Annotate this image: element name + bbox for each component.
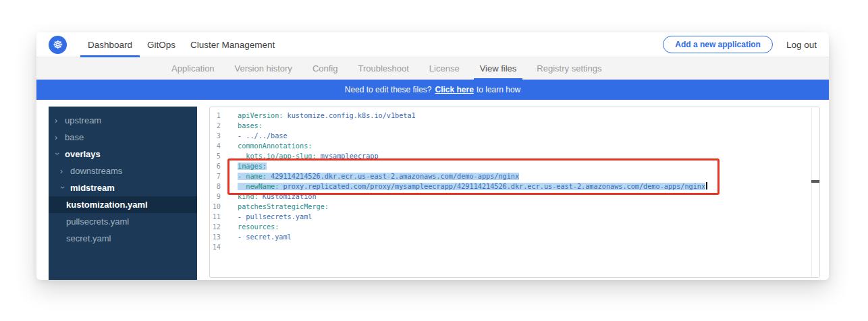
tab-registry-settings[interactable]: Registry settings (526, 57, 612, 80)
tree-item-label: upstream (65, 115, 101, 125)
tree-item-base[interactable]: ›base (49, 129, 197, 146)
tree-item-pullsecrets-yaml[interactable]: pullsecrets.yaml (49, 213, 197, 230)
line-number: 4 (210, 141, 221, 151)
chevron-down-icon[interactable]: › (58, 186, 67, 193)
line-number: 5 (210, 151, 221, 161)
tree-item-label: secret.yaml (66, 233, 111, 243)
tab-license[interactable]: License (419, 57, 470, 80)
code-line-10[interactable]: 10patchesStrategicMerge: (210, 202, 819, 212)
code-line-text: - pullsecrets.yaml (238, 212, 312, 222)
app-window: ☸ Dashboard GitOps Cluster Management Ad… (0, 0, 868, 321)
code-line-14[interactable]: 14 (210, 242, 819, 252)
tree-item-label: overlays (65, 149, 101, 159)
top-nav-bar: ☸ Dashboard GitOps Cluster Management Ad… (36, 32, 829, 57)
file-tree-sidebar: ›upstream›base›overlays›downstreams›mids… (49, 107, 197, 280)
code-line-text: kots.io/app-slug: mysampleecrapp (238, 151, 379, 161)
tab-version-history[interactable]: Version history (225, 57, 302, 80)
app-sub-nav: Application Version history Config Troub… (36, 57, 829, 80)
tab-troubleshoot[interactable]: Troubleshoot (348, 57, 418, 80)
code-line-5[interactable]: 5 kots.io/app-slug: mysampleecrapp (210, 151, 819, 161)
add-application-button[interactable]: Add a new application (663, 36, 773, 53)
top-tab-dashboard[interactable]: Dashboard (80, 32, 140, 57)
code-line-4[interactable]: 4commonAnnotations: (210, 141, 819, 151)
top-tab-gitops[interactable]: GitOps (140, 32, 183, 57)
line-number: 13 (210, 232, 221, 242)
top-tab-cluster-management[interactable]: Cluster Management (183, 32, 282, 57)
logout-link[interactable]: Log out (786, 40, 817, 50)
code-line-text: kind: Kustomization (238, 192, 317, 202)
code-line-2[interactable]: 2bases: (210, 121, 819, 131)
editor-scrollbar[interactable] (811, 107, 819, 277)
tree-item-downstreams[interactable]: ›downstreams (49, 163, 197, 179)
code-line-text: - ../../base (238, 131, 288, 141)
chevron-down-icon[interactable]: › (53, 152, 62, 159)
tree-item-secret-yaml[interactable]: secret.yaml (49, 230, 197, 247)
kubernetes-logo-icon: ☸ (49, 36, 67, 54)
code-line-text: images: (238, 161, 267, 171)
code-line-text: - name: 429114214526.dkr.ecr.us-east-2.a… (238, 171, 519, 181)
chevron-right-icon[interactable]: › (60, 167, 67, 176)
tab-config[interactable]: Config (302, 57, 348, 80)
tree-item-overlays[interactable]: ›overlays (49, 146, 197, 163)
code-line-text: bases: (238, 121, 263, 131)
code-line-3[interactable]: 3- ../../base (210, 131, 819, 141)
line-number: 1 (210, 111, 221, 121)
line-number: 11 (210, 212, 221, 222)
chevron-right-icon[interactable]: › (55, 133, 61, 142)
tree-item-midstream[interactable]: ›midstream (49, 179, 197, 196)
tree-item-upstream[interactable]: ›upstream (49, 112, 197, 129)
line-number: 8 (210, 181, 221, 192)
tree-item-kustomization-yaml[interactable]: kustomization.yaml (49, 196, 197, 213)
view-files-content: ›upstream›base›overlays›downstreams›mids… (36, 100, 829, 280)
scrollbar-thumb[interactable] (811, 180, 819, 183)
tree-item-label: kustomization.yaml (66, 200, 148, 210)
code-line-1[interactable]: 1apiVersion: kustomize.config.k8s.io/v1b… (210, 111, 819, 121)
tab-view-files[interactable]: View files (470, 57, 527, 80)
code-line-text: commonAnnotations: (238, 141, 312, 151)
tab-application[interactable]: Application (161, 57, 225, 80)
code-line-text: - secret.yaml (238, 232, 292, 242)
code-line-text: apiVersion: kustomize.config.k8s.io/v1be… (238, 111, 416, 121)
line-number: 3 (210, 131, 221, 141)
code-line-7[interactable]: 7- name: 429114214526.dkr.ecr.us-east-2.… (210, 171, 819, 181)
topbar-actions: Add a new application Log out (663, 32, 817, 57)
code-line-text: patchesStrategicMerge: (238, 202, 329, 212)
line-number: 2 (210, 121, 221, 131)
yaml-code-editor[interactable]: 1apiVersion: kustomize.config.k8s.io/v1b… (209, 107, 820, 278)
line-number: 6 (210, 161, 221, 171)
tree-item-label: downstreams (70, 166, 122, 176)
tree-item-label: pullsecrets.yaml (66, 216, 129, 227)
line-number: 14 (210, 242, 221, 252)
code-line-12[interactable]: 12resources: (210, 222, 819, 232)
code-line-8[interactable]: 8 newName: proxy.replicated.com/proxy/my… (210, 181, 819, 192)
code-line-9[interactable]: 9kind: Kustomization (210, 192, 819, 202)
edit-files-banner: Need to edit these files? Click here to … (36, 80, 829, 100)
tree-item-label: midstream (70, 183, 115, 193)
text-cursor (706, 182, 707, 189)
banner-text-before: Need to edit these files? (345, 85, 432, 94)
code-line-13[interactable]: 13- secret.yaml (210, 232, 819, 242)
line-number: 7 (210, 171, 221, 181)
chevron-right-icon[interactable]: › (55, 116, 61, 125)
line-number: 10 (210, 202, 221, 212)
line-number: 12 (210, 222, 221, 232)
tree-item-label: base (65, 132, 84, 142)
admin-console-card: ☸ Dashboard GitOps Cluster Management Ad… (36, 32, 829, 280)
code-line-6[interactable]: 6images: (210, 161, 819, 171)
code-line-text: resources: (238, 222, 279, 232)
code-lines: 1apiVersion: kustomize.config.k8s.io/v1b… (210, 107, 819, 252)
line-number: 9 (210, 192, 221, 202)
code-line-text: newName: proxy.replicated.com/proxy/mysa… (238, 181, 707, 192)
banner-text-after: to learn how (477, 85, 520, 94)
code-line-11[interactable]: 11- pullsecrets.yaml (210, 212, 819, 222)
banner-click-here-link[interactable]: Click here (435, 85, 474, 94)
